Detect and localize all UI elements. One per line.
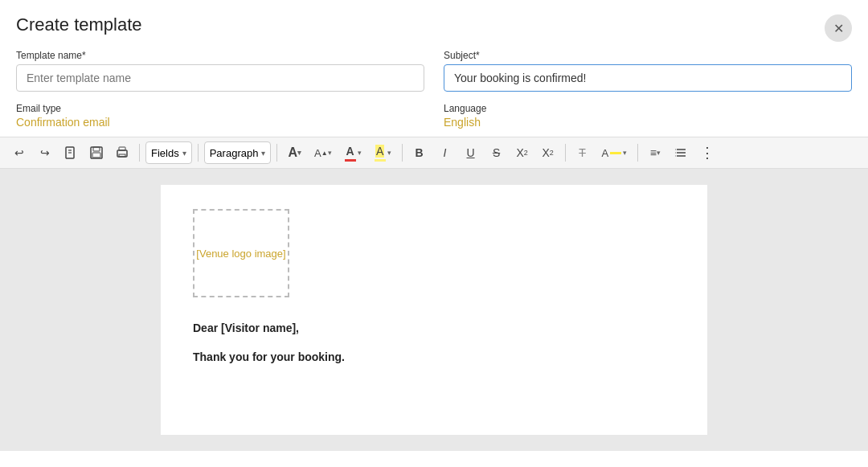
redo-button[interactable]: ↪ xyxy=(34,141,56,164)
list-button[interactable] xyxy=(669,141,692,164)
font-highlight-button[interactable]: A ▾ xyxy=(370,141,396,164)
email-body: [Venue logo image] Dear [Visitor name], … xyxy=(161,185,707,435)
create-template-dialog: Create template ✕ Template name* Subject… xyxy=(0,0,868,467)
logo-placeholder: [Venue logo image] xyxy=(193,209,289,297)
italic-button[interactable]: I xyxy=(434,141,457,164)
language-value: English xyxy=(444,116,852,129)
sep4 xyxy=(402,144,403,162)
email-body-line: Thank you for your booking. xyxy=(193,350,675,363)
more-options-button[interactable]: ⋮ xyxy=(695,141,719,164)
print-button[interactable] xyxy=(111,141,133,164)
underline-button[interactable]: U xyxy=(460,141,482,164)
superscript-button[interactable]: X2 xyxy=(537,141,559,164)
email-type-value: Confirmation email xyxy=(16,116,424,129)
sep1 xyxy=(139,144,140,162)
undo-button[interactable]: ↩ xyxy=(8,141,31,164)
print-icon xyxy=(116,146,129,159)
subject-input[interactable] xyxy=(444,64,852,92)
meta-row: Email type Confirmation email Language E… xyxy=(0,96,868,137)
fields-dropdown[interactable]: Fields ▾ xyxy=(145,141,192,164)
list-icon xyxy=(674,146,687,159)
close-button[interactable]: ✕ xyxy=(825,14,852,42)
paragraph-dropdown[interactable]: Paragraph ▾ xyxy=(204,141,272,164)
language-label: Language xyxy=(444,103,852,114)
sep2 xyxy=(198,144,199,162)
template-name-group: Template name* xyxy=(16,50,424,92)
editor-toolbar: ↩ ↪ Fields ▾ xyxy=(0,137,868,169)
template-name-label: Template name* xyxy=(16,50,424,61)
svg-rect-8 xyxy=(119,154,125,157)
svg-rect-5 xyxy=(92,153,100,158)
font-color-button[interactable]: A ▾ xyxy=(340,141,366,164)
font-size-button[interactable]: A▾ xyxy=(283,141,306,164)
strikethrough-button[interactable]: S xyxy=(485,141,508,164)
save-doc-button[interactable] xyxy=(85,141,108,164)
font-color-bar xyxy=(345,159,356,162)
align-button[interactable]: ≡▾ xyxy=(644,141,666,164)
email-type-label: Email type xyxy=(16,103,424,114)
highlight-bar xyxy=(375,159,386,162)
form-row-1: Template name* Subject* xyxy=(0,50,868,92)
new-doc-button[interactable] xyxy=(59,141,82,164)
paragraph-label: Paragraph xyxy=(210,147,259,159)
font-size-up-button[interactable]: A▲▾ xyxy=(309,141,337,164)
text-highlight-bar xyxy=(610,152,621,154)
subscript-button[interactable]: X2 xyxy=(511,141,534,164)
bold-button[interactable]: B xyxy=(408,141,431,164)
subject-group: Subject* xyxy=(444,50,852,92)
fields-chevron-icon: ▾ xyxy=(182,149,186,158)
sep6 xyxy=(637,144,638,162)
language-group: Language English xyxy=(444,103,852,129)
dialog-title: Create template xyxy=(16,14,142,35)
save-icon xyxy=(90,146,103,159)
editor-area[interactable]: [Venue logo image] Dear [Visitor name], … xyxy=(0,169,868,451)
sep3 xyxy=(276,144,277,162)
new-doc-icon xyxy=(64,146,77,159)
template-name-input[interactable] xyxy=(16,64,424,92)
sep5 xyxy=(565,144,566,162)
clear-format-button[interactable]: T xyxy=(571,141,594,164)
dialog-header: Create template ✕ xyxy=(0,0,868,50)
subject-label: Subject* xyxy=(444,50,852,61)
email-greeting: Dear [Visitor name], xyxy=(193,322,675,334)
fields-label: Fields xyxy=(151,147,179,159)
text-highlight-button[interactable]: A ▾ xyxy=(597,141,633,164)
paragraph-chevron-icon: ▾ xyxy=(261,149,265,158)
email-type-group: Email type Confirmation email xyxy=(16,103,424,129)
